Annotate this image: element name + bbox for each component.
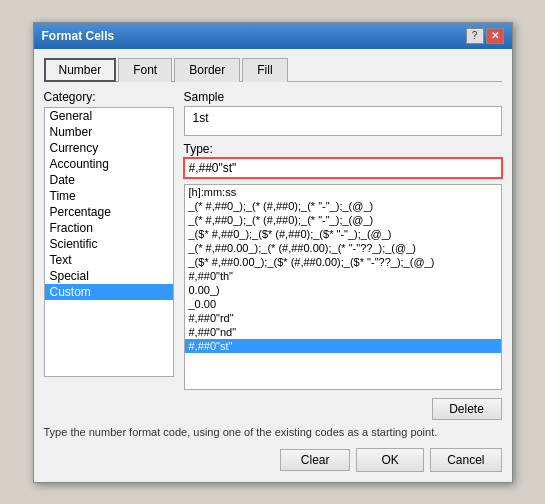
ok-button[interactable]: OK [356,448,424,472]
bottom-section: Delete Type the number format code, usin… [44,398,502,472]
hint-text: Type the number format code, using one o… [44,426,502,438]
fmt-item-9[interactable]: #,##0"rd" [185,311,501,325]
sample-label: Sample [184,90,502,104]
clear-button[interactable]: Clear [280,449,350,471]
fmt-item-11[interactable]: #,##0"st" [185,339,501,353]
list-item-currency[interactable]: Currency [45,140,173,156]
fmt-item-6[interactable]: #,##0"th" [185,269,501,283]
right-panel: Sample 1st Type: [h]:mm:ss _(* #,##0_);_… [184,90,502,390]
title-bar: Format Cells ? ✕ [34,23,512,49]
tab-border[interactable]: Border [174,58,240,82]
tab-fill[interactable]: Fill [242,58,287,82]
list-item-scientific[interactable]: Scientific [45,236,173,252]
fmt-item-2[interactable]: _(* #,##0_);_(* (#,##0);_(* "-"_);_(@_) [185,213,501,227]
type-input[interactable] [184,158,502,178]
fmt-item-1[interactable]: _(* #,##0_);_(* (#,##0);_(* "-"_);_(@_) [185,199,501,213]
list-item-number[interactable]: Number [45,124,173,140]
main-area: Category: General Number Currency Accoun… [44,90,502,390]
fmt-item-10[interactable]: #,##0"nd" [185,325,501,339]
help-button[interactable]: ? [466,28,484,44]
cancel-button[interactable]: Cancel [430,448,501,472]
list-item-time[interactable]: Time [45,188,173,204]
list-item-fraction[interactable]: Fraction [45,220,173,236]
fmt-item-4[interactable]: _(* #,##0.00_);_(* (#,##0.00);_(* "-"??_… [185,241,501,255]
list-item-date[interactable]: Date [45,172,173,188]
list-item-special[interactable]: Special [45,268,173,284]
sample-value: 1st [184,106,502,136]
sample-section: Sample 1st [184,90,502,136]
tab-font[interactable]: Font [118,58,172,82]
delete-button[interactable]: Delete [432,398,502,420]
dialog-title: Format Cells [42,29,115,43]
dialog-content: Number Font Border Fill Category: Genera… [34,49,512,482]
tab-number[interactable]: Number [44,58,117,82]
category-list[interactable]: General Number Currency Accounting Date … [44,107,174,377]
list-item-percentage[interactable]: Percentage [45,204,173,220]
category-label: Category: [44,90,174,104]
list-item-general[interactable]: General [45,108,173,124]
type-section: Type: [184,142,502,178]
type-label: Type: [184,142,502,156]
category-panel: Category: General Number Currency Accoun… [44,90,174,390]
delete-row: Delete [44,398,502,420]
format-list[interactable]: [h]:mm:ss _(* #,##0_);_(* (#,##0);_(* "-… [184,184,502,390]
fmt-item-7[interactable]: 0.00_) [185,283,501,297]
fmt-item-8[interactable]: _0.00 [185,297,501,311]
list-item-text[interactable]: Text [45,252,173,268]
format-cells-dialog: Format Cells ? ✕ Number Font Border Fill… [33,22,513,483]
tab-bar: Number Font Border Fill [44,57,502,82]
fmt-item-3[interactable]: _($* #,##0_);_($* (#,##0);_($* "-"_);_(@… [185,227,501,241]
list-item-accounting[interactable]: Accounting [45,156,173,172]
fmt-item-0[interactable]: [h]:mm:ss [185,185,501,199]
fmt-item-5[interactable]: _($* #,##0.00_);_($* (#,##0.00);_($* "-"… [185,255,501,269]
list-item-custom[interactable]: Custom [45,284,173,300]
title-bar-buttons: ? ✕ [466,28,504,44]
close-button[interactable]: ✕ [486,28,504,44]
